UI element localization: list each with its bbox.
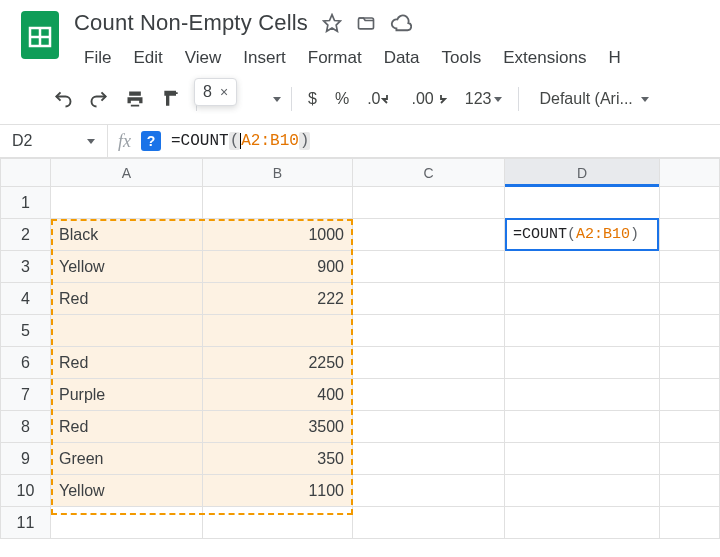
cell-A3[interactable]: Yellow — [51, 251, 203, 283]
menu-edit[interactable]: Edit — [123, 42, 172, 74]
cell-A4[interactable]: Red — [51, 283, 203, 315]
cell-C7[interactable] — [353, 379, 505, 411]
cell-B3[interactable]: 900 — [203, 251, 353, 283]
cell-D7[interactable] — [505, 379, 660, 411]
menu-help[interactable]: H — [598, 42, 630, 74]
name-box[interactable]: D2 — [0, 125, 108, 157]
row-header[interactable]: 6 — [1, 347, 51, 379]
cell-E8[interactable] — [660, 411, 720, 443]
cell-D10[interactable] — [505, 475, 660, 507]
cell-A11[interactable] — [51, 507, 203, 539]
cell-E5[interactable] — [660, 315, 720, 347]
cell-B7[interactable]: 400 — [203, 379, 353, 411]
move-icon[interactable] — [356, 13, 376, 33]
cell-D11[interactable] — [505, 507, 660, 539]
cell-C8[interactable] — [353, 411, 505, 443]
cell-C4[interactable] — [353, 283, 505, 315]
cell-D3[interactable] — [505, 251, 660, 283]
row-header[interactable]: 8 — [1, 411, 51, 443]
document-title[interactable]: Count Non-Empty Cells — [74, 10, 308, 36]
cell-B6[interactable]: 2250 — [203, 347, 353, 379]
col-header-A[interactable]: A — [51, 159, 203, 187]
row-header[interactable]: 10 — [1, 475, 51, 507]
cell-E9[interactable] — [660, 443, 720, 475]
cell-E10[interactable] — [660, 475, 720, 507]
cell-A9[interactable]: Green — [51, 443, 203, 475]
cell-E6[interactable] — [660, 347, 720, 379]
cell-C11[interactable] — [353, 507, 505, 539]
decrease-decimal-button[interactable]: .0 — [361, 86, 399, 112]
spreadsheet-grid[interactable]: A B C D 1 2Black1000 3Yellow900 4Red222 … — [0, 158, 720, 539]
cell-B1[interactable] — [203, 187, 353, 219]
font-select[interactable]: Default (Ari... — [529, 86, 658, 112]
cell-C2[interactable] — [353, 219, 505, 251]
cell-D9[interactable] — [505, 443, 660, 475]
col-header-D[interactable]: D — [505, 159, 660, 187]
paint-format-button[interactable] — [156, 84, 186, 114]
cell-E7[interactable] — [660, 379, 720, 411]
cell-E4[interactable] — [660, 283, 720, 315]
print-button[interactable] — [120, 84, 150, 114]
cell-A7[interactable]: Purple — [51, 379, 203, 411]
menu-format[interactable]: Format — [298, 42, 372, 74]
cell-E1[interactable] — [660, 187, 720, 219]
cell-A5[interactable] — [51, 315, 203, 347]
redo-button[interactable] — [84, 84, 114, 114]
cell-D6[interactable] — [505, 347, 660, 379]
cell-C5[interactable] — [353, 315, 505, 347]
cell-B11[interactable] — [203, 507, 353, 539]
cell-A1[interactable] — [51, 187, 203, 219]
cell-C10[interactable] — [353, 475, 505, 507]
cell-A8[interactable]: Red — [51, 411, 203, 443]
percent-button[interactable]: % — [329, 86, 355, 112]
menu-insert[interactable]: Insert — [233, 42, 296, 74]
currency-button[interactable]: $ — [302, 86, 323, 112]
cell-C3[interactable] — [353, 251, 505, 283]
menu-tools[interactable]: Tools — [432, 42, 492, 74]
row-header[interactable]: 11 — [1, 507, 51, 539]
cell-D1[interactable] — [505, 187, 660, 219]
number-format-button[interactable]: 123 — [459, 86, 509, 112]
select-all-corner[interactable] — [1, 159, 51, 187]
row-header[interactable]: 9 — [1, 443, 51, 475]
cell-B2[interactable]: 1000 — [203, 219, 353, 251]
cell-B5[interactable] — [203, 315, 353, 347]
star-icon[interactable] — [322, 13, 342, 33]
cell-D4[interactable] — [505, 283, 660, 315]
formula-help-badge[interactable]: ? — [141, 131, 161, 151]
row-header[interactable]: 5 — [1, 315, 51, 347]
col-header-E[interactable] — [660, 159, 720, 187]
cell-B8[interactable]: 3500 — [203, 411, 353, 443]
undo-button[interactable] — [48, 84, 78, 114]
cell-D8[interactable] — [505, 411, 660, 443]
cell-C9[interactable] — [353, 443, 505, 475]
cell-E11[interactable] — [660, 507, 720, 539]
cell-D5[interactable] — [505, 315, 660, 347]
cell-C1[interactable] — [353, 187, 505, 219]
cell-B4[interactable]: 222 — [203, 283, 353, 315]
cell-B9[interactable]: 350 — [203, 443, 353, 475]
row-header[interactable]: 1 — [1, 187, 51, 219]
menu-extensions[interactable]: Extensions — [493, 42, 596, 74]
increase-decimal-button[interactable]: .00 — [405, 86, 452, 112]
col-header-B[interactable]: B — [203, 159, 353, 187]
cell-E3[interactable] — [660, 251, 720, 283]
col-header-C[interactable]: C — [353, 159, 505, 187]
cell-A2[interactable]: Black — [51, 219, 203, 251]
menu-view[interactable]: View — [175, 42, 232, 74]
cell-C6[interactable] — [353, 347, 505, 379]
cloud-status-icon[interactable] — [390, 13, 412, 33]
row-header[interactable]: 2 — [1, 219, 51, 251]
cell-E2[interactable] — [660, 219, 720, 251]
menu-file[interactable]: File — [74, 42, 121, 74]
row-header[interactable]: 7 — [1, 379, 51, 411]
formula-input[interactable]: =COUNT(A2:B10) — [167, 132, 720, 150]
close-icon[interactable]: × — [220, 84, 228, 100]
row-header[interactable]: 3 — [1, 251, 51, 283]
menu-data[interactable]: Data — [374, 42, 430, 74]
row-header[interactable]: 4 — [1, 283, 51, 315]
cell-B10[interactable]: 1100 — [203, 475, 353, 507]
cell-A6[interactable]: Red — [51, 347, 203, 379]
cell-D2[interactable] — [505, 219, 660, 251]
cell-A10[interactable]: Yellow — [51, 475, 203, 507]
